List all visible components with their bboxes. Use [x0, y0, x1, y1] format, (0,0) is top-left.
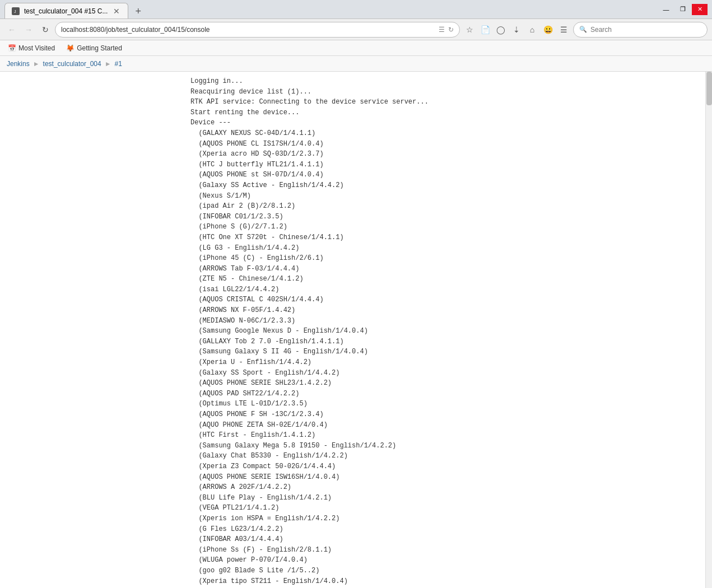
new-tab-button[interactable]: + [131, 4, 146, 18]
console-output: Logging in... Reacquiring device list (1… [0, 72, 705, 588]
svg-text:J: J [14, 10, 16, 13]
breadcrumb-sep-1: ► [33, 60, 40, 68]
bookmark-most-visited-label: Most Visited [18, 44, 55, 52]
search-bar[interactable]: 🔍 [573, 22, 708, 38]
bookmark-star-button[interactable]: ☆ [462, 22, 477, 37]
breadcrumb-jenkins[interactable]: Jenkins [7, 60, 30, 68]
tab-bar: J test_culculator_004 #15 C... ✕ + [4, 0, 146, 18]
back-button[interactable]: ← [4, 22, 19, 37]
search-input[interactable] [590, 26, 701, 34]
url-text: localhost:8080/job/test_culculator_004/1… [61, 26, 435, 34]
title-bar: J test_culculator_004 #15 C... ✕ + — ❐ ✕ [0, 0, 712, 19]
navigation-bar: ← → ↻ localhost:8080/job/test_culculator… [0, 19, 712, 40]
download-button[interactable]: ⇣ [509, 22, 524, 37]
reload-button[interactable]: ↻ [38, 22, 53, 37]
pocket-button[interactable]: ◯ [494, 22, 508, 37]
account-button[interactable]: 😀 [541, 22, 555, 37]
bookmarks-bar: 📅 Most Visited 🦊 Getting Started [0, 40, 712, 56]
bookmark-getting-started-label: Getting Started [77, 44, 122, 52]
breadcrumb-job[interactable]: test_culculator_004 [43, 60, 101, 68]
address-bar[interactable]: localhost:8080/job/test_culculator_004/1… [55, 22, 460, 38]
forward-button[interactable]: → [21, 22, 36, 37]
tab-title: test_culculator_004 #15 C... [24, 7, 108, 15]
bookmark-most-visited[interactable]: 📅 Most Visited [4, 43, 58, 53]
tab-close-button[interactable]: ✕ [112, 7, 121, 16]
bookmark-getting-started[interactable]: 🦊 Getting Started [63, 43, 125, 53]
reader-view-button[interactable]: 📄 [478, 22, 492, 37]
minimize-button[interactable]: — [658, 4, 674, 15]
restore-button[interactable]: ❐ [675, 4, 691, 15]
window-controls: — ❐ ✕ [658, 4, 708, 15]
breadcrumb-build[interactable]: #1 [115, 60, 122, 68]
nav-actions: ☆ 📄 ◯ ⇣ ⌂ 😀 ☰ [462, 22, 571, 37]
most-visited-icon: 📅 [8, 44, 16, 52]
active-tab[interactable]: J test_culculator_004 #15 C... ✕ [4, 3, 128, 18]
breadcrumb-bar: Jenkins ► test_culculator_004 ► #1 [0, 56, 712, 72]
reader-mode-icon: ☰ [439, 26, 445, 34]
close-button[interactable]: ✕ [692, 4, 708, 15]
breadcrumb-sep-2: ► [105, 60, 111, 68]
console-scroll-area[interactable]: Logging in... Reacquiring device list (1… [0, 72, 705, 588]
tab-favicon: J [12, 7, 20, 15]
firefox-icon: 🦊 [66, 44, 75, 52]
home-button[interactable]: ⌂ [525, 22, 539, 37]
menu-button[interactable]: ☰ [556, 22, 571, 37]
reload-icon: ↻ [448, 26, 454, 34]
scrollbar-thumb[interactable] [706, 72, 712, 105]
vertical-scrollbar[interactable] [705, 72, 712, 588]
console-container: Logging in... Reacquiring device list (1… [0, 72, 712, 588]
search-icon: 🔍 [579, 26, 587, 33]
